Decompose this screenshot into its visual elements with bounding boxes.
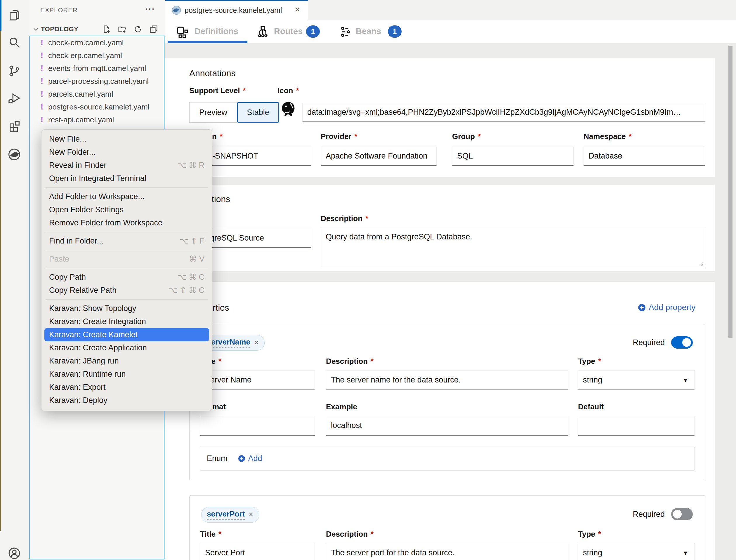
new-file-icon[interactable] <box>102 25 111 34</box>
chevron-down-icon[interactable] <box>32 26 40 33</box>
active-view-indicator <box>0 0 1 31</box>
enum-add-button[interactable]: Add <box>238 454 262 463</box>
window-edge <box>0 31 1 531</box>
prop-description-label: Description <box>326 357 374 366</box>
prop-title-input[interactable]: Server Port <box>200 543 315 560</box>
prop-format-input[interactable] <box>200 416 315 436</box>
prop-description-input[interactable]: The server port for the data source. <box>326 543 568 560</box>
property-card-serverPort: serverPort ✕ Required Title Description … <box>189 495 705 560</box>
run-debug-icon[interactable] <box>8 92 21 105</box>
collapse-all-icon[interactable] <box>149 25 158 34</box>
group-input[interactable]: SQL <box>452 147 574 166</box>
extensions-icon[interactable] <box>8 120 21 133</box>
menu-item-open-folder-settings[interactable]: Open Folder Settings <box>41 203 212 216</box>
topology-section-header[interactable]: TOPOLOGY <box>29 23 165 36</box>
refresh-icon[interactable] <box>133 25 142 34</box>
add-property-button[interactable]: Add property <box>638 303 695 312</box>
prop-description-input[interactable]: The server name for the data source. <box>326 370 568 390</box>
chevron-down-icon: ▼ <box>683 377 688 383</box>
menu-item-add-folder-to-workspace[interactable]: Add Folder to Workspace... <box>41 190 212 203</box>
prop-example-input[interactable]: localhost <box>326 416 568 436</box>
menu-item-new-file[interactable]: New File... <box>41 133 212 146</box>
account-icon[interactable] <box>8 547 21 560</box>
icon-input[interactable]: data:image/svg+xml;base64,PHN2ZyByb2xlPS… <box>302 103 705 122</box>
tree-item-rest-api[interactable]: ! rest-api.camel.yaml <box>29 113 164 126</box>
menu-item-open-in-terminal[interactable]: Open in Integrated Terminal <box>41 172 212 185</box>
warning-icon: ! <box>41 75 43 88</box>
karavan-icon[interactable] <box>8 148 21 161</box>
search-icon[interactable] <box>8 36 21 49</box>
namespace-label: Namespace <box>584 132 632 141</box>
prop-example-label: Example <box>326 402 357 411</box>
menu-item-find-in-folder[interactable]: Find in Folder...⌥ ⇧ F <box>41 234 212 248</box>
menu-item-karavan-jbang-run[interactable]: Karavan: JBang run <box>41 354 212 368</box>
enum-box: Enum Add <box>200 446 695 471</box>
tab-routes[interactable]: Routes 1 <box>253 20 323 43</box>
properties-panel: Properties Add property serverName ✕ Req… <box>165 282 715 560</box>
support-level-label: Support Level <box>189 86 246 95</box>
tab-close-icon[interactable]: ✕ <box>294 6 300 14</box>
property-name-chip[interactable]: serverPort ✕ <box>201 507 259 523</box>
tab-beans[interactable]: Beans 1 <box>336 20 401 43</box>
menu-separator <box>46 268 208 268</box>
resize-grip-icon[interactable] <box>698 261 704 266</box>
menu-item-new-folder[interactable]: New Folder... <box>41 146 212 159</box>
remove-property-icon[interactable]: ✕ <box>254 339 259 347</box>
provider-input[interactable]: Apache Software Foundation <box>321 147 437 166</box>
tab-postgres-source[interactable]: postgres-source.kamelet.yaml ✕ <box>165 0 308 20</box>
prop-title-label: Title <box>200 530 221 539</box>
support-level-stable-button[interactable]: Stable <box>237 102 279 123</box>
menu-separator <box>46 232 208 232</box>
required-toggle-off[interactable] <box>671 508 693 520</box>
definitions-panel: Definitions Title Description PostgreSQL… <box>165 185 715 271</box>
prop-type-select[interactable]: string ▼ <box>578 543 695 560</box>
prop-type-label: Type <box>578 530 601 539</box>
support-level-preview-button[interactable]: Preview <box>189 102 237 123</box>
prop-type-label: Type <box>578 357 601 366</box>
group-label: Group <box>452 132 481 141</box>
prop-type-select[interactable]: string ▼ <box>578 370 695 390</box>
required-control: Required <box>633 336 693 349</box>
routes-icon <box>257 26 269 38</box>
menu-item-karavan-runtime-run[interactable]: Karavan: Runtime run <box>41 368 212 381</box>
menu-item-karavan-show-topology[interactable]: Karavan: Show Topology <box>41 302 212 315</box>
new-folder-icon[interactable] <box>117 25 127 34</box>
menu-item-karavan-deploy[interactable]: Karavan: Deploy <box>41 394 212 407</box>
kamelet-view-toolbar: Definitions Routes 1 Beans 1 <box>165 20 736 43</box>
warning-icon: ! <box>41 100 43 113</box>
files-icon[interactable] <box>8 8 21 22</box>
tree-item-parcel-processing[interactable]: ! parcel-processing.camel.yaml <box>29 75 164 88</box>
tree-item-events-from-mqtt[interactable]: ! events-from-mqtt.camel.yaml <box>29 62 164 75</box>
tree-item-check-erp[interactable]: ! check-erp.camel.yaml <box>29 49 164 62</box>
active-tab-underline <box>168 41 247 43</box>
source-control-icon[interactable] <box>8 64 21 78</box>
menu-item-reveal-in-finder[interactable]: Reveal in Finder⌥ ⌘ R <box>41 159 212 172</box>
prop-title-input[interactable]: Server Name <box>200 370 315 390</box>
menu-item-karavan-create-application[interactable]: Karavan: Create Application <box>41 341 212 354</box>
tree-item-postgres-source[interactable]: ! postgres-source.kamelet.yaml <box>29 100 164 113</box>
warning-icon: ! <box>41 49 43 62</box>
description-textarea[interactable]: Query data from a PostgreSQL Database. <box>321 228 705 268</box>
namespace-input[interactable]: Database <box>584 147 705 166</box>
menu-item-copy-path[interactable]: Copy Path⌥ ⌘ C <box>41 271 212 284</box>
explorer-more-actions-icon[interactable]: ⋯ <box>145 3 155 15</box>
warning-icon: ! <box>41 36 43 49</box>
menu-item-karavan-create-integration[interactable]: Karavan: Create Integration <box>41 315 212 328</box>
prop-default-label: Default <box>578 402 604 411</box>
menu-separator <box>46 250 208 250</box>
provider-label: Provider <box>321 132 357 141</box>
tree-item-check-crm[interactable]: ! check-crm.camel.yaml <box>29 36 164 49</box>
menu-item-karavan-export[interactable]: Karavan: Export <box>41 381 212 394</box>
menu-item-remove-folder[interactable]: Remove Folder from Workspace <box>41 216 212 229</box>
tree-item-parcels[interactable]: ! parcels.camel.yaml <box>29 88 164 100</box>
beans-badge: 1 <box>388 25 402 38</box>
activity-bar <box>0 0 29 560</box>
scrollbar[interactable] <box>728 46 732 338</box>
menu-item-copy-relative-path[interactable]: Copy Relative Path⌥ ⇧ ⌘ C <box>41 284 212 297</box>
prop-default-input[interactable] <box>578 416 695 436</box>
required-toggle-on[interactable] <box>671 336 693 349</box>
tab-definitions[interactable]: Definitions <box>171 20 247 43</box>
menu-item-karavan-create-kamelet[interactable]: Karavan: Create Kamelet <box>44 328 209 341</box>
warning-icon: ! <box>41 62 43 75</box>
remove-property-icon[interactable]: ✕ <box>248 511 253 519</box>
